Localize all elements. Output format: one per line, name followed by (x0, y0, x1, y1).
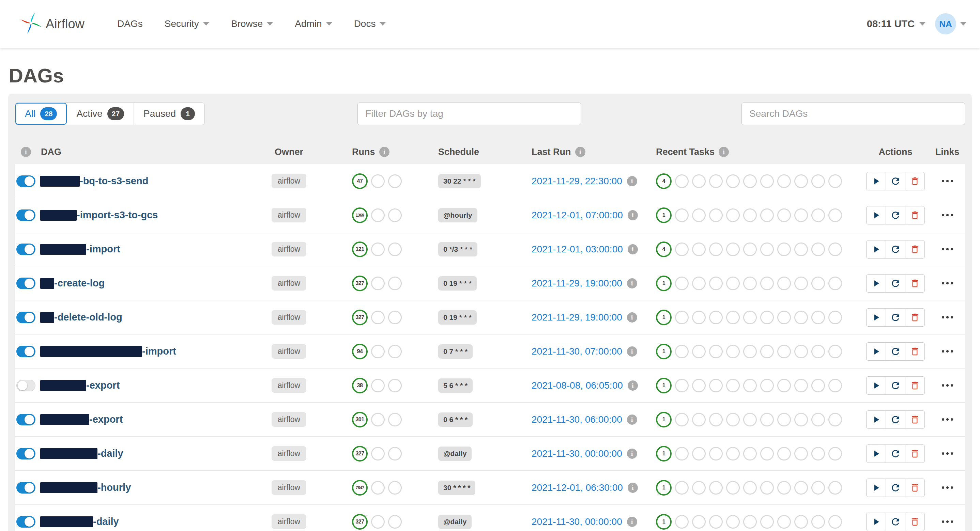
task-status-circle[interactable] (828, 413, 842, 426)
delete-dag-button[interactable] (905, 342, 925, 361)
run-status-circle[interactable] (371, 277, 385, 290)
task-status-circle[interactable] (811, 345, 825, 358)
delete-dag-button[interactable] (905, 206, 925, 224)
task-status-circle[interactable] (811, 208, 825, 222)
task-status-circle[interactable] (726, 515, 740, 529)
run-status-circle[interactable] (371, 413, 385, 426)
delete-dag-button[interactable] (905, 172, 925, 191)
dag-pause-toggle[interactable] (16, 414, 35, 425)
task-status-circle[interactable] (777, 345, 791, 358)
task-status-circle[interactable] (828, 379, 842, 393)
task-status-circle[interactable] (760, 311, 774, 324)
task-status-circle[interactable] (709, 481, 723, 494)
dag-name-link[interactable]: -import (86, 243, 120, 255)
task-status-circle[interactable] (828, 345, 842, 358)
run-status-circle[interactable] (388, 515, 402, 529)
task-status-circle[interactable] (692, 174, 706, 188)
delete-dag-button[interactable] (905, 410, 925, 429)
delete-dag-button[interactable] (905, 376, 925, 395)
task-status-circle[interactable] (709, 447, 723, 461)
column-header-runs[interactable]: Runs (352, 147, 375, 157)
task-status-circle[interactable] (777, 379, 791, 393)
task-status-circle[interactable] (828, 208, 842, 222)
task-status-circle[interactable] (760, 243, 774, 256)
links-menu[interactable] (939, 381, 956, 390)
recent-tasks-success-circle[interactable]: 1 (656, 207, 671, 223)
schedule-badge[interactable]: @daily (438, 447, 472, 461)
task-status-circle[interactable] (794, 413, 808, 426)
run-status-circle[interactable] (388, 277, 402, 290)
trigger-dag-button[interactable] (866, 172, 886, 191)
delete-dag-button[interactable] (905, 445, 925, 463)
run-status-circle[interactable] (388, 311, 402, 324)
task-status-circle[interactable] (760, 447, 774, 461)
task-status-circle[interactable] (726, 379, 740, 393)
run-status-circle[interactable] (388, 243, 402, 256)
task-status-circle[interactable] (811, 174, 825, 188)
task-status-circle[interactable] (760, 277, 774, 290)
task-status-circle[interactable] (675, 413, 689, 426)
task-status-circle[interactable] (760, 515, 774, 529)
task-status-circle[interactable] (811, 447, 825, 461)
nav-item-browse[interactable]: Browse (220, 18, 284, 29)
task-status-circle[interactable] (709, 413, 723, 426)
task-status-circle[interactable] (709, 311, 723, 324)
recent-tasks-success-circle[interactable]: 1 (656, 344, 671, 359)
task-status-circle[interactable] (760, 208, 774, 222)
schedule-badge[interactable]: 0 6 * * * (438, 412, 473, 427)
runs-success-circle[interactable]: 47 (352, 173, 368, 189)
task-status-circle[interactable] (811, 413, 825, 426)
refresh-dag-button[interactable] (886, 240, 905, 259)
task-status-circle[interactable] (692, 515, 706, 529)
runs-success-circle[interactable]: 121 (352, 242, 368, 257)
task-status-circle[interactable] (743, 379, 757, 393)
filter-tags-input[interactable] (358, 103, 581, 125)
last-run-date-link[interactable]: 2021-11-30, 00:00:00 (531, 516, 622, 527)
nav-item-admin[interactable]: Admin (284, 18, 343, 29)
task-status-circle[interactable] (743, 345, 757, 358)
column-header-last-run[interactable]: Last Run (531, 147, 571, 157)
run-status-circle[interactable] (371, 243, 385, 256)
task-status-circle[interactable] (743, 481, 757, 494)
schedule-badge[interactable]: 0 19 * * * (438, 276, 477, 291)
run-status-circle[interactable] (371, 345, 385, 358)
task-status-circle[interactable] (794, 174, 808, 188)
dag-name-link[interactable]: -import (142, 346, 176, 357)
last-run-date-link[interactable]: 2021-11-30, 06:00:00 (531, 414, 622, 425)
links-menu[interactable] (939, 415, 956, 424)
recent-tasks-success-circle[interactable]: 4 (656, 173, 671, 189)
schedule-badge[interactable]: 0 7 * * * (438, 344, 473, 359)
schedule-badge[interactable]: @daily (438, 515, 472, 529)
run-status-circle[interactable] (388, 481, 402, 494)
run-status-circle[interactable] (388, 174, 402, 188)
task-status-circle[interactable] (692, 447, 706, 461)
last-run-date-link[interactable]: 2021-12-01, 06:30:00 (531, 482, 623, 493)
task-status-circle[interactable] (811, 243, 825, 256)
recent-tasks-success-circle[interactable]: 1 (656, 412, 671, 428)
task-status-circle[interactable] (743, 413, 757, 426)
task-status-circle[interactable] (794, 345, 808, 358)
task-status-circle[interactable] (811, 481, 825, 494)
trigger-dag-button[interactable] (866, 376, 886, 395)
task-status-circle[interactable] (743, 243, 757, 256)
column-header-schedule[interactable]: Schedule (438, 147, 479, 157)
task-status-circle[interactable] (692, 277, 706, 290)
task-status-circle[interactable] (692, 379, 706, 393)
task-status-circle[interactable] (709, 174, 723, 188)
user-menu[interactable]: NA (935, 13, 966, 34)
recent-tasks-success-circle[interactable]: 1 (656, 310, 671, 325)
task-status-circle[interactable] (743, 447, 757, 461)
task-status-circle[interactable] (743, 311, 757, 324)
task-status-circle[interactable] (777, 447, 791, 461)
dag-name-link[interactable]: -hourly (97, 482, 131, 493)
trigger-dag-button[interactable] (866, 308, 886, 327)
task-status-circle[interactable] (794, 447, 808, 461)
task-status-circle[interactable] (709, 243, 723, 256)
run-status-circle[interactable] (371, 208, 385, 222)
trigger-dag-button[interactable] (866, 274, 886, 293)
runs-success-circle[interactable]: 327 (352, 310, 368, 325)
nav-item-docs[interactable]: Docs (343, 18, 397, 29)
task-status-circle[interactable] (675, 481, 689, 494)
dag-pause-toggle[interactable] (16, 278, 35, 289)
nav-item-security[interactable]: Security (154, 18, 220, 29)
